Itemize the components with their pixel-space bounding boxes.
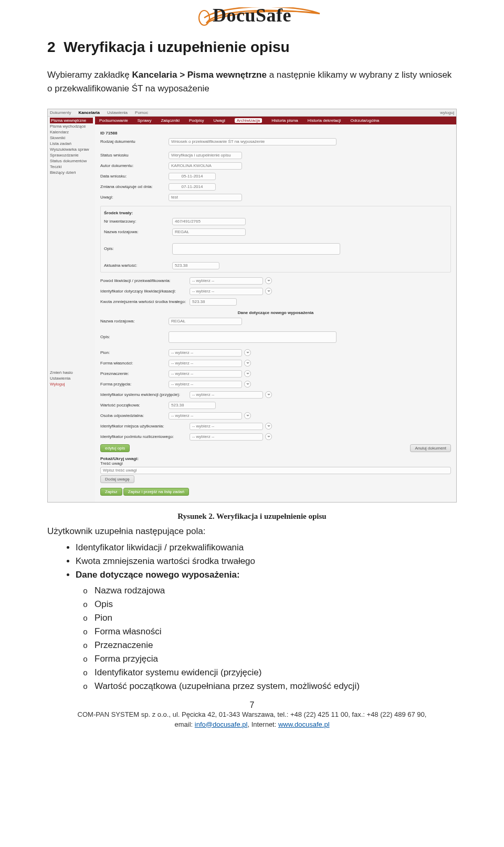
add-remark-button[interactable]: Dodaj uwagę (100, 475, 134, 483)
sidebar-item[interactable]: Pisma wewnętrzne (50, 118, 93, 123)
ribbon-item[interactable]: Załączniki (161, 118, 180, 123)
sidebar-item[interactable]: Kalendarz (50, 129, 93, 135)
chevron-down-icon[interactable] (265, 288, 272, 295)
select-formap[interactable]: -- wybierz -- (169, 381, 242, 388)
cancel-doc-button[interactable]: Anuluj dokument (410, 444, 451, 452)
section-dane: Dane dotyczące nowego wyposażenia (100, 307, 451, 316)
toggle-remarks[interactable]: Pokaż/Ukryj uwagi: (100, 456, 139, 461)
input-rodzaj[interactable]: Wniosek o przekwalifikowanie ŚT na wypos… (169, 138, 337, 145)
ribbon-item[interactable]: Odrzuta/ogólna (350, 118, 379, 123)
sidebar-link[interactable]: Wyloguj (50, 381, 93, 387)
sidebar-item[interactable]: Sprawozdzanie (50, 152, 93, 158)
select-powod[interactable]: -- wybierz -- (190, 277, 263, 285)
input-data[interactable]: 05-11-2014 (169, 173, 216, 180)
chevron-down-icon[interactable] (265, 391, 272, 398)
ribbon-item[interactable]: Podpisy (189, 118, 204, 123)
select-podmiot[interactable]: -- wybierz -- (190, 433, 263, 441)
top-tabs: Dokumenty Kancelaria Ustawienia Pomoc wy… (48, 109, 456, 117)
list-item: Forma własności (94, 625, 457, 639)
select-osoba[interactable]: -- wybierz -- (169, 412, 242, 420)
section-title: Weryfikacja i uzupełnienie opisu (64, 39, 290, 55)
select-idlik[interactable]: -- wybierz -- (190, 288, 263, 295)
edit-button[interactable]: edytuj opis (100, 444, 130, 452)
sidebar-link[interactable]: Zmień hasło (50, 370, 93, 375)
sidebar-item[interactable]: Słowniki (50, 135, 93, 141)
input-opis2[interactable] (169, 331, 337, 343)
list-item: Dane dotyczące nowego wyposażenia: (76, 568, 457, 582)
label-opis2: Opis: (100, 334, 169, 339)
list-item: Identyfikator likwidacji / przekwalifiko… (76, 541, 457, 555)
label-zmiana: Zmiana obowiązuje od dnia: (100, 184, 169, 189)
select-pion[interactable]: -- wybierz -- (169, 349, 242, 357)
select-przez[interactable]: -- wybierz -- (169, 370, 242, 378)
label-autor: Autor dokumentu: (100, 163, 169, 168)
chevron-down-icon[interactable] (265, 433, 272, 440)
figure-caption: Rysunek 2. Weryfikacja i uzupełnienie op… (47, 512, 457, 521)
remark-input[interactable]: Wpisz treść uwagi (100, 467, 451, 474)
ribbon-item-active[interactable]: Archiwizacja (235, 118, 262, 123)
label-formap: Forma przyjęcia: (100, 382, 169, 386)
list-item: Przeznaczenie (94, 639, 457, 652)
sidebar-item[interactable]: Lista zadań (50, 141, 93, 147)
input-uwagi[interactable]: test (169, 194, 242, 201)
ribbon-item[interactable]: Historia dekretacji (308, 118, 341, 123)
list-item: Nazwa rodzajowa (94, 584, 457, 598)
label-status: Status wniosku (100, 153, 169, 158)
input-aktualna[interactable]: 523.38 (172, 262, 219, 269)
input-nazwa[interactable]: REGAŁ (172, 228, 246, 236)
sidebar-item[interactable]: Pisma wychodzące (50, 123, 93, 129)
ribbon-item[interactable]: Historia pisma (271, 118, 298, 123)
label-idlik: Identyfikator dotyczący likwidacji/kasac… (100, 289, 190, 294)
chevron-down-icon[interactable] (265, 277, 272, 284)
ribbon-item[interactable]: Sprawy (138, 118, 152, 123)
tab-documents[interactable]: Dokumenty (50, 110, 71, 115)
footer-email-link[interactable]: info@docusafe.pl (195, 720, 248, 728)
input-kwota[interactable]: 523.38 (190, 298, 237, 306)
list-item: Identyfikator systemu ewidencji (przyjęc… (94, 666, 457, 679)
label-uwagi: Uwagi: (100, 195, 169, 200)
list-item: Pion (94, 611, 457, 625)
sidebar-item[interactable]: Bieżący dzień (50, 170, 93, 175)
select-formaw[interactable]: -- wybierz -- (169, 360, 242, 367)
label-podmiot: Identyfikator podmiotu rozliczeniowego: (100, 434, 190, 439)
label-miejsce: Identyfikator miejsca użytkowania: (100, 424, 190, 428)
label-aktualna: Aktualna wartość: (104, 263, 172, 268)
input-naz2[interactable]: REGAŁ (169, 318, 242, 325)
tab-kancelaria[interactable]: Kancelaria (78, 110, 99, 115)
footer: COM-PAN SYSTEM sp. z o.o., ul. Pęcicka 4… (47, 710, 457, 730)
input-zmiana[interactable]: 07-11-2014 (169, 183, 216, 191)
tab-settings[interactable]: Ustawienia (107, 110, 128, 115)
bullet-list: Identyfikator likwidacji / przekwalifiko… (47, 541, 457, 582)
chevron-down-icon[interactable] (244, 349, 251, 356)
sidebar: Pisma wewnętrzne Pisma wychodzące Kalend… (48, 117, 95, 502)
chevron-down-icon[interactable] (244, 360, 251, 367)
tab-help[interactable]: Pomoc (135, 110, 148, 115)
label-przez: Przeznaczenie: (100, 371, 169, 376)
section-number: 2 (47, 39, 56, 55)
sidebar-item[interactable]: Teczki (50, 164, 93, 170)
label-nrinw: Nr inwentarzowy: (104, 219, 172, 224)
select-identsys[interactable]: -- wybierz -- (190, 391, 263, 399)
input-status: Weryfikacja i uzupełnienie opisu (169, 152, 242, 159)
chevron-down-icon[interactable] (244, 370, 251, 377)
list-item: Wartość początkowa (uzupełniana przez sy… (94, 679, 457, 693)
input-nrinw[interactable]: 467/491/2765 (172, 218, 246, 225)
ribbon-item[interactable]: Podsumowanie (99, 118, 128, 123)
chevron-down-icon[interactable] (244, 381, 251, 388)
chevron-down-icon[interactable] (244, 412, 251, 419)
save-button[interactable]: Zapisz (100, 488, 122, 496)
chevron-down-icon[interactable] (265, 423, 272, 430)
input-wartp[interactable]: 523.38 (169, 402, 216, 409)
label-osoba: Osoba odpowiedzialna: (100, 413, 169, 418)
select-miejsce[interactable]: -- wybierz -- (190, 423, 263, 430)
sidebar-item[interactable]: Status dokumentów (50, 158, 93, 164)
save-list-button[interactable]: Zapisz i przejdź na listę zadań (123, 488, 189, 496)
sidebar-link[interactable]: Ustawienia (50, 375, 93, 381)
sidebar-item[interactable]: Wyszukiwarka spraw (50, 147, 93, 152)
remark-label: Treść uwagi (100, 461, 123, 466)
input-opis[interactable] (172, 243, 340, 255)
logout-link[interactable]: wyloguj (440, 110, 454, 115)
ribbon-item[interactable]: Uwagi (213, 118, 225, 123)
body-line: Użytkownik uzupełnia następujące pola: (47, 526, 457, 537)
footer-site-link[interactable]: www.docusafe.pl (278, 720, 330, 728)
